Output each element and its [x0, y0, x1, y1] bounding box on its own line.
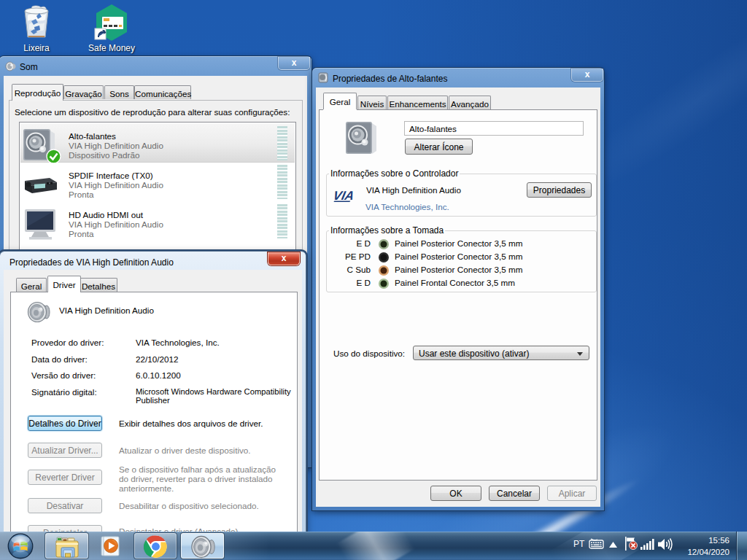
svg-text:VIA: VIA: [333, 189, 356, 203]
